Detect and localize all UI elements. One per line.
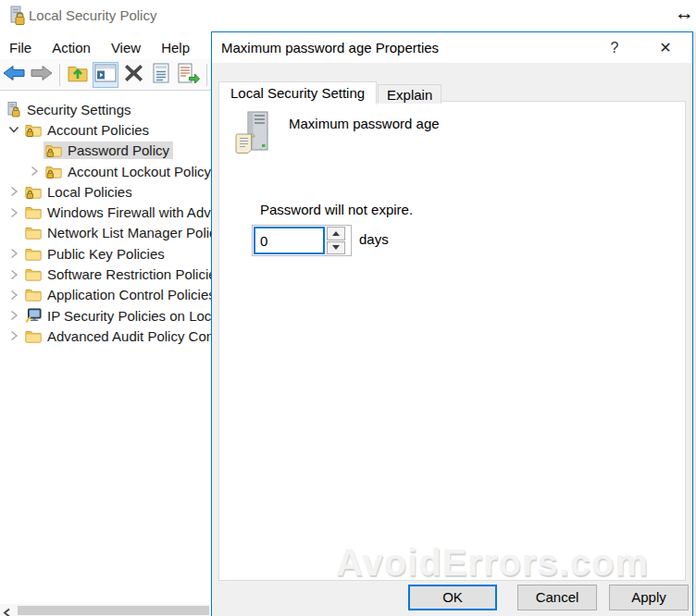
server-lock-icon [6,102,21,117]
horizontal-scrollbar[interactable] [0,604,212,616]
tree-item-body[interactable]: Security Settings [4,101,135,118]
window-title: Local Security Policy [29,0,156,31]
tree-item-body[interactable]: Software Restriction Policie [23,265,212,283]
chevron-collapsed-icon[interactable] [5,207,23,218]
tree-item-security-settings[interactable]: Security Settings [0,99,212,119]
menu-file[interactable]: File [0,37,42,59]
close-icon[interactable]: ✕ [645,32,686,63]
tree-item-label: Public Key Policies [47,246,165,262]
ok-button[interactable]: OK [408,585,497,610]
spin-down-button[interactable] [327,241,345,255]
server-scroll-icon [234,111,275,159]
tree-item-body[interactable]: Application Control Policies [23,286,212,303]
tree-item-application-control-policies[interactable]: Application Control Policies [0,285,212,305]
tree-item-windows-firewall-with-adva[interactable]: Windows Firewall with Adva [0,202,212,222]
tree-item-account-lockout-policy[interactable]: Account Lockout Policy [0,161,212,181]
menu-bar: FileActionViewHelp [0,37,212,59]
back-button[interactable] [1,62,27,88]
expiry-note: Password will not expire. [260,202,413,217]
toolbar-separator [206,64,207,86]
up-one-level-icon [67,63,89,87]
menu-view[interactable]: View [101,37,151,59]
menu-help[interactable]: Help [151,37,200,59]
tab-local-security-setting[interactable]: Local Security Setting [218,81,377,105]
export-list-icon [178,63,200,87]
chevron-collapsed-icon[interactable] [5,269,23,280]
local-security-setting-tab-page: Maximum password age Password will not e… [218,101,686,581]
properties-button[interactable] [148,62,174,88]
tree-item-ip-security-policies-on-local[interactable]: IP Security Policies on Local [0,305,212,326]
export-list-button[interactable] [176,62,202,88]
toolbar-separator [59,64,60,86]
scrollbar-thumb[interactable] [18,606,209,615]
tree-item-body[interactable]: Account Lockout Policy [44,163,212,180]
folder-lock-icon [45,143,62,157]
toolbar [0,59,212,91]
tree-item-label: Local Policies [47,184,132,200]
tree-item-body[interactable]: Windows Firewall with Adva [23,203,212,221]
tree-item-body[interactable]: Account Policies [23,121,153,139]
unit-label: days [359,231,389,247]
password-age-spinner [252,225,352,256]
dialog-title: Maximum password age Properties [221,32,439,63]
forward-button[interactable] [29,62,55,88]
chevron-expanded-icon[interactable] [5,124,23,135]
monitor-key-icon [25,308,42,323]
cancel-button[interactable]: Cancel [517,585,597,610]
properties-icon [152,63,170,87]
tree-item-advanced-audit-policy-con[interactable]: Advanced Audit Policy Con [0,326,212,346]
spinner-buttons [327,227,345,254]
folder-icon [25,205,42,219]
chevron-collapsed-icon[interactable] [5,330,23,341]
tree-item-body[interactable]: IP Security Policies on Local [23,307,212,325]
folder-icon [25,247,42,261]
scroll-left-icon[interactable] [3,605,11,616]
tree-item-body[interactable]: Password Policy [44,142,173,159]
main-window-titlebar: Local Security Policy ↔ [0,0,696,31]
chevron-collapsed-icon[interactable] [5,248,23,259]
password-age-input[interactable] [254,227,325,254]
tree-item-label: Account Lockout Policy [68,164,211,179]
tree-item-label: Network List Manager Polic [47,225,212,240]
folder-lock-icon [25,185,42,199]
policy-name: Maximum password age [289,116,440,131]
tree-item-body[interactable]: Network List Manager Polic [23,224,212,241]
tree-item-password-policy[interactable]: Password Policy [0,141,212,161]
properties-dialog: Maximum password age Properties ? ✕ Loca… [211,31,693,616]
delete-button[interactable] [120,62,146,88]
spin-up-button[interactable] [327,227,345,240]
show-console-tree-icon [94,64,117,86]
delete-icon [124,64,143,86]
resize-cursor-icon: ↔ [675,2,694,24]
dialog-titlebar: Maximum password age Properties ? ✕ [212,32,692,63]
tree-item-body[interactable]: Advanced Audit Policy Con [23,327,212,345]
tab-explain[interactable]: Explain [378,84,441,104]
spin-up-icon [332,231,340,236]
up-one-level-button[interactable] [65,62,91,88]
tree-item-label: Account Policies [47,122,149,138]
folder-icon [25,329,42,343]
folder-icon [25,288,42,302]
tree-item-label: Software Restriction Policie [47,266,212,282]
console-tree: Security SettingsAccount PoliciesPasswor… [0,92,212,605]
chevron-collapsed-icon[interactable] [25,166,44,177]
help-button[interactable]: ? [601,32,628,63]
folder-icon [25,267,42,281]
tree-item-body[interactable]: Public Key Policies [23,245,168,263]
menu-action[interactable]: Action [42,37,101,59]
tree-item-label: Password Policy [68,142,169,158]
chevron-collapsed-icon[interactable] [5,290,23,301]
tree-item-software-restriction-policie[interactable]: Software Restriction Policie [0,264,212,284]
tree-item-body[interactable]: Local Policies [23,183,136,201]
server-lock-icon [7,6,26,30]
chevron-collapsed-icon[interactable] [5,310,23,321]
tree-item-local-policies[interactable]: Local Policies [0,181,212,202]
apply-button[interactable]: Apply [609,585,689,610]
tree-item-account-policies[interactable]: Account Policies [0,119,212,140]
show-console-tree-button[interactable] [93,62,118,88]
tree-item-network-list-manager-polic[interactable]: Network List Manager Polic [0,223,212,243]
forward-icon [31,65,53,85]
chevron-collapsed-icon[interactable] [5,186,23,197]
tree-item-label: Advanced Audit Policy Con [47,328,212,344]
tree-item-public-key-policies[interactable]: Public Key Policies [0,243,212,264]
